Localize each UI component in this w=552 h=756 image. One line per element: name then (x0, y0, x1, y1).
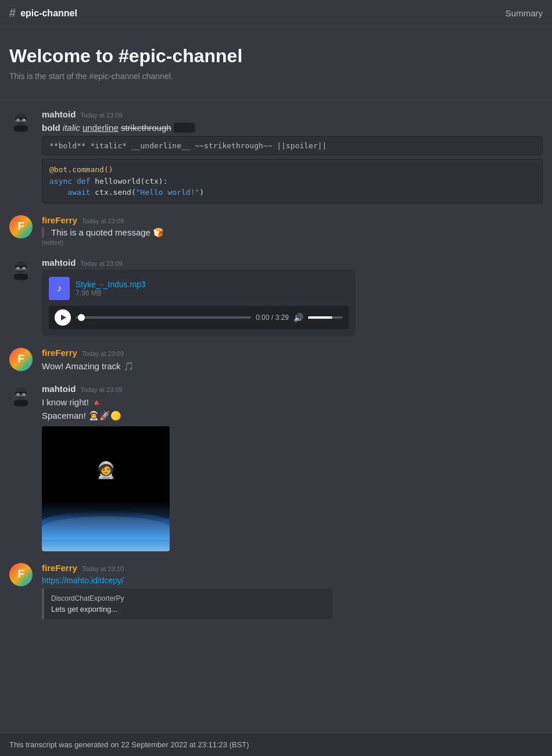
message-content: mahtoid Today at 23:09 bold italic under… (42, 109, 543, 204)
total-time: 3:29 (275, 313, 289, 322)
current-time: 0:00 (256, 313, 269, 322)
spoiler-text[interactable] (174, 123, 195, 133)
progress-knob[interactable] (78, 314, 85, 321)
message-header: fireFerry Today at 23:10 (42, 563, 543, 573)
message-group: F fireFerry Today at 23:09 This is a quo… (9, 215, 543, 246)
avatar: F (9, 215, 33, 238)
username: fireFerry (42, 563, 77, 573)
messages-list: mahtoid Today at 23:09 bold italic under… (0, 109, 552, 619)
channel-intro-title: Welcome to #epic-channel (9, 45, 543, 67)
message-content: fireFerry Today at 23:09 Wow! Amazing tr… (42, 348, 543, 372)
channel-header: # epic-channel Summary (0, 0, 552, 27)
message-content: mahtoid Today at 23:09 ♪ Styke_-_Indus.m… (42, 258, 543, 336)
svg-point-16 (17, 268, 19, 269)
quoted-text: This is a quoted message 🍞 (51, 227, 164, 237)
avatar (9, 384, 33, 407)
space-image: 🧑‍🚀 (42, 426, 170, 551)
main-content: Welcome to #epic-channel This is the sta… (0, 27, 552, 666)
avatar (9, 109, 33, 133)
audio-file-icon: ♪ (49, 277, 70, 300)
svg-rect-9 (14, 126, 28, 131)
svg-point-27 (23, 394, 24, 395)
underline-text: underline (83, 123, 119, 133)
progress-bar[interactable] (76, 316, 251, 319)
timestamp: Today at 23:09 (80, 260, 122, 267)
svg-point-6 (17, 119, 19, 120)
channel-intro: Welcome to #epic-channel This is the sta… (0, 36, 552, 95)
message-text: Wow! Amazing track 🎵 (42, 360, 543, 372)
message-header: mahtoid Today at 23:09 (42, 258, 543, 268)
svg-point-17 (23, 268, 24, 269)
code-block: @bot.command() async def helloworld(ctx)… (42, 159, 543, 204)
message-header: mahtoid Today at 23:09 (42, 384, 543, 394)
avatar: F (9, 563, 33, 586)
image-attachment[interactable]: 🧑‍🚀 (42, 426, 170, 551)
channel-title-area: # epic-channel (9, 6, 77, 20)
username: fireFerry (42, 348, 77, 358)
italic-text: italic (63, 123, 80, 133)
audio-attachment: ♪ Styke_-_Indus.mp3 7.96 MB 0:00 / 3:29 (42, 270, 356, 336)
timestamp: Today at 23:09 (80, 386, 122, 393)
code-inline: **bold** *italic* __underline__ ~~strike… (42, 136, 543, 155)
audio-file-info: Styke_-_Indus.mp3 7.96 MB (76, 280, 146, 297)
transcript-text: This transcript was generated on 22 Sept… (9, 740, 249, 749)
avatar: F (9, 348, 33, 371)
message-group: mahtoid Today at 23:09 I know right! 🔺 S… (9, 384, 543, 551)
message-group: mahtoid Today at 23:09 ♪ Styke_-_Indus.m… (9, 258, 543, 336)
message-content: fireFerry Today at 23:09 This is a quote… (42, 215, 543, 246)
username: mahtoid (42, 109, 76, 119)
channel-name: epic-channel (20, 8, 77, 19)
hash-icon: # (9, 6, 16, 20)
audio-filename[interactable]: Styke_-_Indus.mp3 (76, 280, 146, 289)
svg-point-26 (17, 394, 19, 395)
edited-tag: (edited) (42, 239, 543, 246)
channel-intro-description: This is the start of the #epic-channel c… (9, 72, 543, 81)
quoted-message: This is a quoted message 🍞 (42, 227, 543, 238)
timestamp: Today at 23:09 (80, 112, 122, 119)
message-content: mahtoid Today at 23:09 I know right! 🔺 S… (42, 384, 543, 551)
link-embed: DiscordChatExporterPy Lets get exporting… (42, 589, 332, 619)
message-group: F fireFerry Today at 23:10 https://mahto… (9, 563, 543, 619)
avatar (9, 258, 33, 281)
audio-filesize: 7.96 MB (76, 289, 146, 297)
separator (0, 99, 552, 100)
footer: This transcript was generated on 22 Sept… (0, 733, 552, 756)
timestamp: Today at 23:09 (82, 217, 124, 224)
username: mahtoid (42, 258, 76, 268)
message-link[interactable]: https://mahto.id/dcepy/ (42, 576, 124, 585)
summary-button[interactable]: Summary (506, 8, 543, 18)
strike-text: strikethrough (121, 123, 171, 133)
message-header: fireFerry Today at 23:09 (42, 215, 543, 225)
message-line1: I know right! 🔺 (42, 396, 543, 408)
earth-clouds (42, 516, 170, 540)
message-text: bold italic underline strikethrough (42, 122, 543, 134)
username: fireFerry (42, 215, 77, 225)
play-button[interactable] (55, 309, 71, 326)
svg-rect-19 (14, 274, 28, 280)
message-group: mahtoid Today at 23:09 bold italic under… (9, 109, 543, 204)
message-content: fireFerry Today at 23:10 https://mahto.i… (42, 563, 543, 619)
volume-fill (308, 316, 332, 319)
message-header: mahtoid Today at 23:09 (42, 109, 543, 119)
message-line2: Spaceman! 👨‍🚀🚀🟡 (42, 409, 543, 422)
timestamp: Today at 23:10 (82, 565, 124, 572)
message-header: fireFerry Today at 23:09 (42, 348, 543, 358)
embed-description: Lets get exporting... (51, 605, 325, 614)
volume-icon[interactable]: 🔊 (293, 313, 303, 322)
svg-point-7 (23, 119, 24, 120)
timestamp: Today at 23:09 (82, 350, 124, 357)
audio-file-header: ♪ Styke_-_Indus.mp3 7.96 MB (49, 277, 349, 300)
time-display: 0:00 / 3:29 (256, 313, 289, 322)
embed-site-name: DiscordChatExporterPy (51, 594, 325, 602)
volume-bar[interactable] (308, 316, 343, 319)
svg-rect-29 (14, 400, 28, 406)
username: mahtoid (42, 384, 76, 394)
bold-text: bold (42, 123, 60, 133)
audio-player: 0:00 / 3:29 🔊 (49, 306, 349, 329)
astronaut-icon: 🧑‍🚀 (96, 460, 116, 479)
message-group: F fireFerry Today at 23:09 Wow! Amazing … (9, 348, 543, 372)
